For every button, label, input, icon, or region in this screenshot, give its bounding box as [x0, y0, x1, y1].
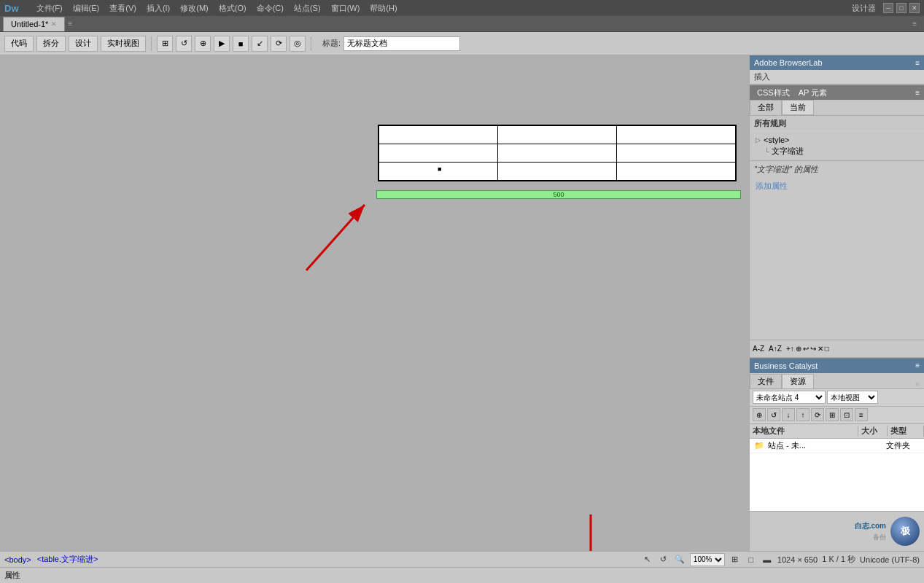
- files-upload-icon[interactable]: ↑: [796, 408, 810, 421]
- document-tab[interactable]: Untitled-1* ✕: [3, 17, 65, 31]
- list-item[interactable]: 📁 站点 - 未... 文件夹: [750, 439, 924, 453]
- files-icon-toolbar: ⊕ ↺ ↓ ↑ ⟳ ⊞ ⊡ ≡: [750, 407, 924, 424]
- table-cell: [617, 126, 736, 144]
- menu-window[interactable]: 窗口(W): [327, 1, 365, 15]
- sort-az-icon[interactable]: A-Z: [753, 345, 764, 353]
- play-icon[interactable]: ▶: [214, 36, 230, 52]
- files-refresh-icon[interactable]: ↺: [767, 408, 780, 421]
- style-rule-item[interactable]: ▷ <style>: [756, 135, 918, 145]
- site-select[interactable]: 未命名站点 4: [753, 391, 826, 404]
- file-size-label: 1 K / 1 秒: [822, 554, 855, 565]
- menu-view[interactable]: 查看(V): [105, 1, 141, 15]
- files-expand-icon[interactable]: ≡: [855, 408, 868, 421]
- status-zoom-icon[interactable]: 🔍: [674, 554, 686, 566]
- files-connect-icon[interactable]: ⊡: [840, 408, 853, 421]
- add-property-icon[interactable]: ⊕: [796, 345, 801, 353]
- arrow-down-icon: [569, 507, 613, 551]
- tab-close-icon[interactable]: ✕: [51, 20, 57, 28]
- menu-format[interactable]: 格式(O): [214, 1, 251, 15]
- menu-help[interactable]: 帮助(H): [365, 1, 401, 15]
- css-styles-tab[interactable]: CSS样式: [754, 87, 793, 98]
- table-row: ■: [379, 163, 736, 181]
- table-cell: [617, 163, 736, 181]
- watermark-content: 白志.com 备份: [855, 521, 886, 542]
- files-download-icon[interactable]: ↓: [782, 408, 795, 421]
- tree-expand-icon[interactable]: ▷: [756, 136, 761, 144]
- canvas-area[interactable]: ■ 500: [0, 55, 749, 551]
- close-button[interactable]: ✕: [909, 3, 920, 13]
- files-options-icon[interactable]: ≡: [911, 380, 924, 388]
- bc-panel-header: Business Catalyst ≡: [750, 359, 924, 373]
- workspace-label: 设计器: [852, 3, 876, 14]
- view-select[interactable]: 本地视图: [827, 391, 878, 404]
- browserlabs-title: Adobe BrowserLab: [754, 58, 823, 67]
- browserlabs-options-icon[interactable]: ≡: [915, 59, 920, 67]
- stop-icon[interactable]: ■: [233, 36, 249, 52]
- table-row: [379, 144, 736, 163]
- breadcrumb-table-tag[interactable]: <table.文字缩进>: [37, 554, 98, 565]
- layout-grid-icon[interactable]: ⊞: [729, 554, 741, 566]
- panel-options-icon[interactable]: ≡: [908, 20, 921, 28]
- zoom-select[interactable]: 100%: [690, 553, 725, 566]
- watermark-area: 白志.com 备份 极: [750, 511, 924, 551]
- add-property-link[interactable]: 添加属性: [750, 178, 924, 195]
- files-tab[interactable]: 文件: [750, 374, 782, 388]
- bc-options-icon[interactable]: ≡: [915, 361, 920, 369]
- layout-line-icon[interactable]: ▬: [761, 554, 773, 566]
- menu-edit[interactable]: 编辑(E): [69, 1, 104, 15]
- current-tab[interactable]: 当前: [782, 100, 814, 115]
- undo-icon[interactable]: ↩: [803, 345, 809, 353]
- layout-box-icon[interactable]: □: [745, 554, 757, 566]
- title-bar: Dw 文件(F) 编辑(E) 查看(V) 插入(I) 修改(M) 格式(O) 命…: [0, 0, 924, 16]
- sort-za-icon[interactable]: A↑Z: [769, 345, 782, 353]
- zoom-in-icon[interactable]: ⊕: [195, 36, 211, 52]
- maximize-button[interactable]: □: [896, 3, 906, 13]
- design-view-button[interactable]: 设计: [69, 36, 98, 52]
- arrow-up-icon: [284, 190, 387, 280]
- assets-tab[interactable]: 资源: [782, 374, 814, 388]
- menu-insert[interactable]: 插入(I): [142, 1, 174, 15]
- table-cell: [498, 144, 617, 163]
- files-new-icon[interactable]: ⊕: [753, 408, 766, 421]
- tab-label: Untitled-1*: [11, 20, 48, 28]
- all-rules-label: 所有规则: [750, 116, 924, 132]
- menu-command[interactable]: 命令(C): [252, 1, 288, 15]
- file-name-cell: 📁 站点 - 未...: [753, 440, 855, 451]
- debug-icon[interactable]: ↙: [252, 36, 268, 52]
- new-rule-icon[interactable]: □: [825, 345, 829, 353]
- pointer-icon[interactable]: ↖: [642, 554, 653, 566]
- window-size-label: 1024 × 650: [777, 555, 818, 564]
- code-view-button[interactable]: 代码: [4, 36, 34, 52]
- live-view-button[interactable]: 实时视图: [101, 36, 146, 52]
- document-title-input[interactable]: [343, 36, 460, 51]
- split-view-button[interactable]: 拆分: [36, 36, 66, 52]
- tab-scroll-right[interactable]: ≡: [68, 20, 72, 28]
- files-table-header: 本地文件 大小 类型: [750, 424, 924, 439]
- menu-site[interactable]: 站点(S): [290, 1, 325, 15]
- all-tab[interactable]: 全部: [750, 100, 782, 115]
- preview-icon[interactable]: ◎: [290, 36, 306, 52]
- folder-icon: 📁: [754, 441, 764, 450]
- files-sync-icon[interactable]: ⟳: [811, 408, 824, 421]
- delete-rule-icon[interactable]: ✕: [818, 345, 823, 353]
- multi-screen-icon[interactable]: ⊞: [157, 36, 173, 52]
- redo-icon[interactable]: ↪: [810, 345, 816, 353]
- minimize-button[interactable]: ─: [883, 3, 893, 13]
- local-file-col-header: 本地文件: [750, 426, 858, 437]
- breadcrumb-body-tag[interactable]: <body>: [4, 555, 31, 564]
- canvas-ruler: 500: [376, 190, 741, 199]
- style-tag-label: <style>: [764, 136, 789, 144]
- menu-modify[interactable]: 修改(M): [176, 1, 213, 15]
- text-indent-rule-item[interactable]: └ 文字缩进: [756, 145, 918, 157]
- ap-elements-tab[interactable]: AP 元素: [796, 87, 831, 98]
- menu-file[interactable]: 文件(F): [32, 1, 67, 15]
- sync-icon[interactable]: ⟳: [271, 36, 287, 52]
- table-cell: ■: [379, 163, 498, 181]
- css-panel-options-icon[interactable]: ≡: [915, 89, 920, 97]
- refresh-icon[interactable]: ↺: [176, 36, 192, 52]
- add-rule-icon[interactable]: +↑: [786, 345, 794, 353]
- ruler-label: 500: [553, 191, 564, 198]
- files-check-icon[interactable]: ⊞: [826, 408, 839, 421]
- tree-child-icon: └: [764, 148, 769, 155]
- status-refresh-icon[interactable]: ↺: [658, 554, 669, 566]
